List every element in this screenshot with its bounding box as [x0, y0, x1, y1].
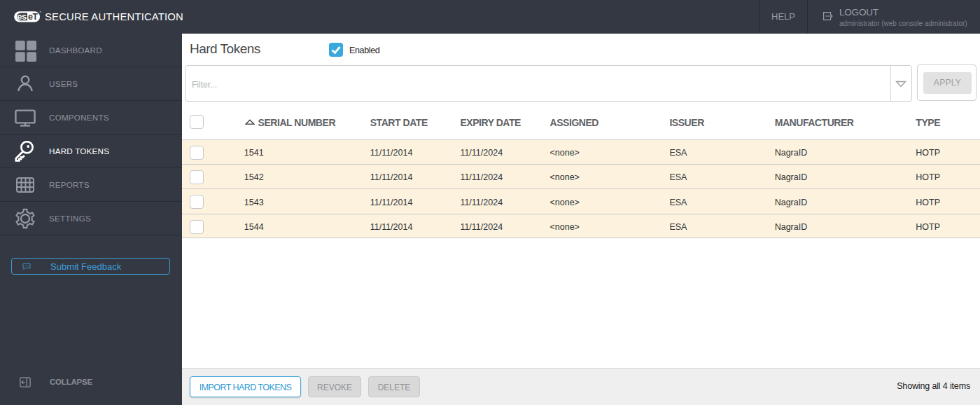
- svg-text:es: es: [17, 11, 27, 22]
- svg-text:eT: eT: [28, 12, 38, 22]
